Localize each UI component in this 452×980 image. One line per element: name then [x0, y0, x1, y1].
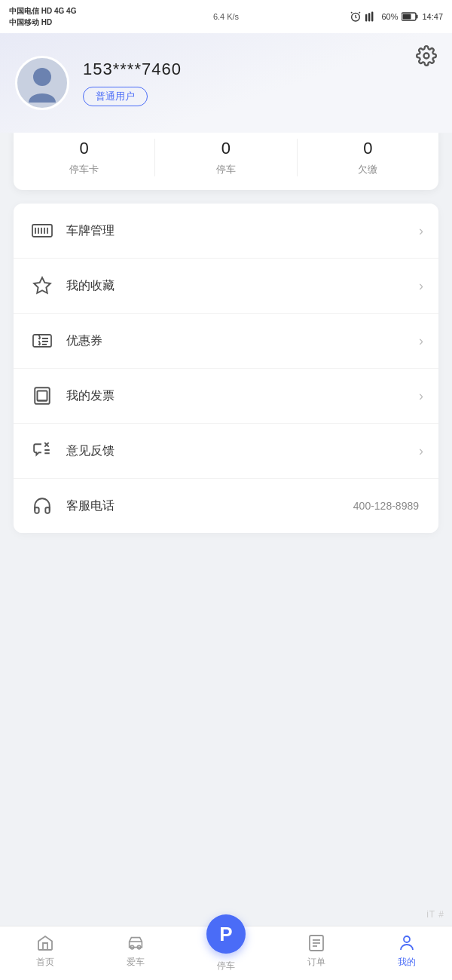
menu-label-coupons: 优惠券 — [66, 333, 419, 349]
orders-icon — [307, 933, 326, 953]
coupons-icon — [29, 327, 56, 354]
svg-marker-17 — [34, 277, 50, 293]
carrier2: 中国移动 HD — [9, 17, 76, 28]
stat-overdue[interactable]: 0 欠缴 — [297, 139, 438, 176]
license-plate-icon — [29, 217, 56, 244]
avatar-image — [23, 63, 62, 103]
svg-point-10 — [33, 68, 51, 86]
car-icon — [126, 933, 145, 953]
favorites-icon — [29, 272, 56, 299]
stat-overdue-label: 欠缴 — [358, 163, 377, 176]
carrier1: 中国电信 HD 4G 4G — [9, 6, 76, 17]
nav-label-parking: 停车 — [217, 960, 235, 972]
battery-icon — [402, 12, 418, 21]
menu-section: 车牌管理 › 我的收藏 › — [14, 204, 438, 533]
nav-item-parking[interactable]: P 停车 — [181, 914, 271, 977]
status-bar: 中国电信 HD 4G 4G 中国移动 HD 6.4 K/s 60% 14:47 — [0, 0, 452, 33]
stat-parking-card-label: 停车卡 — [69, 163, 99, 176]
menu-label-invoice: 我的发票 — [66, 388, 419, 404]
stat-parking-card[interactable]: 0 停车卡 — [14, 139, 154, 176]
svg-rect-7 — [417, 15, 418, 19]
svg-rect-8 — [403, 14, 411, 20]
customer-service-icon — [29, 492, 56, 519]
profile-row: 153****7460 普通用户 — [15, 56, 182, 110]
network-speed: 6.4 K/s — [213, 12, 239, 21]
svg-point-9 — [424, 54, 429, 59]
nav-label-mine: 我的 — [398, 956, 416, 969]
customer-service-phone: 400-128-8989 — [353, 500, 419, 512]
stat-overdue-value: 0 — [363, 139, 372, 158]
svg-rect-23 — [38, 391, 47, 401]
phone-number: 153****7460 — [83, 60, 182, 79]
carrier-info: 中国电信 HD 4G 4G 中国移动 HD — [9, 6, 76, 28]
chevron-icon-feedback: › — [419, 443, 423, 459]
menu-item-coupons[interactable]: 优惠券 › — [14, 313, 438, 368]
feedback-icon — [29, 437, 56, 464]
stat-parking-value: 0 — [221, 139, 231, 158]
bottom-nav: 首页 爱车 P 停车 订单 — [0, 926, 452, 980]
svg-rect-3 — [365, 14, 367, 22]
avatar[interactable] — [15, 56, 69, 110]
nav-item-orders[interactable]: 订单 — [271, 933, 362, 973]
mine-icon — [397, 933, 417, 953]
svg-point-34 — [404, 936, 410, 942]
chevron-icon-invoice: › — [419, 388, 423, 404]
stat-parking-card-value: 0 — [80, 139, 89, 158]
chevron-icon-favorites: › — [419, 278, 423, 294]
nav-item-car[interactable]: 爱车 — [90, 933, 181, 973]
nav-label-orders: 订单 — [307, 956, 325, 969]
menu-label-customer-service: 客服电话 — [66, 498, 353, 514]
svg-rect-4 — [368, 13, 370, 21]
battery-level: 60% — [381, 12, 398, 21]
menu-item-license-plate[interactable]: 车牌管理 › — [14, 204, 438, 258]
user-type-badge: 普通用户 — [83, 87, 148, 106]
time: 14:47 — [422, 12, 443, 21]
home-icon — [35, 933, 55, 953]
nav-item-mine[interactable]: 我的 — [362, 933, 452, 973]
menu-label-feedback: 意见反馈 — [66, 443, 419, 459]
watermark: iT # — [426, 909, 444, 920]
settings-button[interactable] — [416, 45, 437, 66]
svg-rect-5 — [371, 12, 373, 22]
menu-label-favorites: 我的收藏 — [66, 278, 419, 294]
parking-button[interactable]: P — [206, 914, 246, 954]
menu-label-license-plate: 车牌管理 — [66, 223, 419, 239]
chevron-icon-license-plate: › — [419, 223, 423, 239]
menu-item-customer-service[interactable]: 客服电话 400-128-8989 — [14, 478, 438, 533]
sim-icon — [365, 11, 377, 22]
menu-item-invoice[interactable]: 我的发票 › — [14, 368, 438, 423]
nav-label-home: 首页 — [36, 956, 54, 969]
profile-area: 153****7460 普通用户 — [0, 33, 452, 133]
nav-label-car: 爱车 — [127, 956, 145, 969]
menu-item-favorites[interactable]: 我的收藏 › — [14, 258, 438, 313]
status-right: 60% 14:47 — [350, 11, 443, 23]
profile-info: 153****7460 普通用户 — [83, 60, 182, 106]
chevron-icon-coupons: › — [419, 333, 423, 349]
stats-card: 0 停车卡 0 停车 0 欠缴 — [14, 125, 438, 190]
stat-parking-label: 停车 — [216, 163, 236, 176]
alarm-icon — [350, 11, 362, 23]
stat-parking[interactable]: 0 停车 — [154, 139, 296, 176]
menu-item-feedback[interactable]: 意见反馈 › — [14, 423, 438, 478]
svg-line-2 — [356, 17, 356, 18]
nav-item-home[interactable]: 首页 — [0, 933, 90, 973]
main-content: 153****7460 普通用户 0 停车卡 0 停车 0 欠缴 — [0, 33, 452, 607]
parking-p-letter: P — [219, 923, 232, 946]
invoice-icon — [29, 382, 56, 409]
